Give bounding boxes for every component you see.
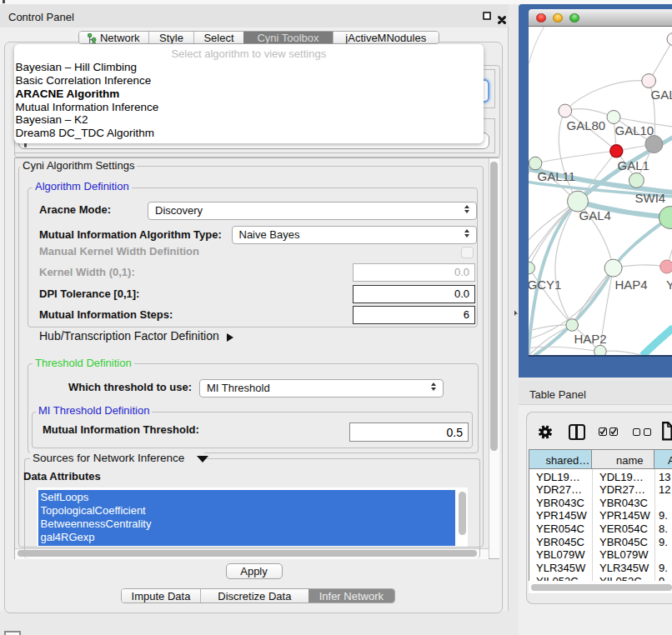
svg-text:HAP4: HAP4: [614, 278, 647, 292]
svg-text:Y: Y: [666, 278, 672, 292]
svg-text:GAL1: GAL1: [617, 158, 649, 172]
svg-text:GCY1: GCY1: [529, 278, 561, 292]
svg-text:GAL11: GAL11: [537, 169, 575, 183]
svg-text:SWI4: SWI4: [634, 191, 665, 205]
svg-text:GAL80: GAL80: [566, 118, 605, 132]
svg-text:HAP2: HAP2: [574, 332, 606, 346]
svg-text:GAL: GAL: [650, 88, 672, 102]
svg-text:GAL4: GAL4: [579, 208, 610, 222]
svg-text:GAL10: GAL10: [614, 123, 654, 138]
